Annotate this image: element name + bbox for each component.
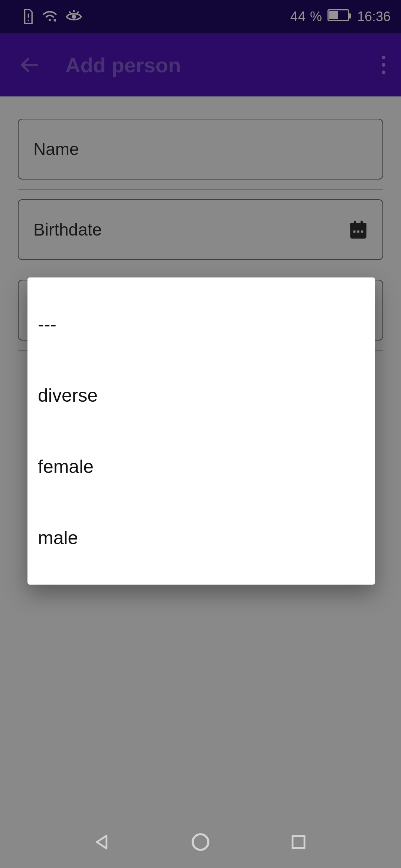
gender-option-female[interactable]: female — [27, 431, 375, 502]
svg-marker-15 — [97, 836, 107, 849]
system-nav-bar — [0, 816, 401, 868]
gender-option-none[interactable]: --- — [27, 289, 375, 360]
svg-point-16 — [193, 834, 208, 850]
gender-option-diverse[interactable]: diverse — [27, 360, 375, 431]
gender-dropdown: --- diverse female male — [27, 277, 375, 585]
nav-recent-button[interactable] — [287, 830, 310, 854]
nav-home-button[interactable] — [189, 830, 212, 854]
nav-back-button[interactable] — [91, 830, 114, 854]
gender-option-male[interactable]: male — [27, 502, 375, 573]
svg-rect-17 — [293, 836, 304, 848]
